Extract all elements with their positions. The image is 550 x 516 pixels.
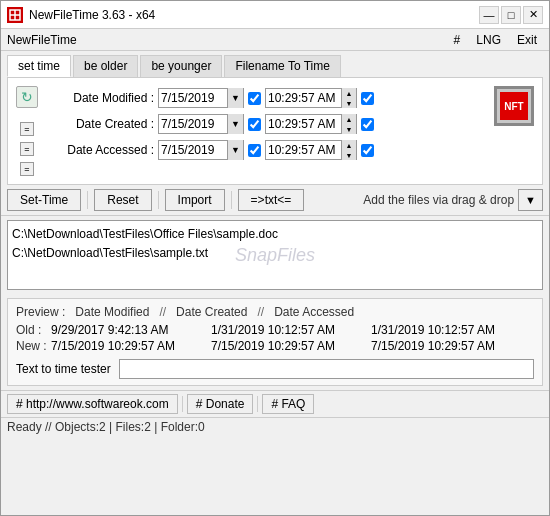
file-entry-0: C:\NetDownload\TestFiles\Office Files\sa… <box>12 225 538 244</box>
app-logo-icon: NFT <box>494 86 534 126</box>
import-button[interactable]: Import <box>165 189 225 211</box>
text-tester-input[interactable] <box>119 359 534 379</box>
preview-col-modified: Date Modified <box>75 305 149 319</box>
row-toggle-created[interactable]: = <box>20 142 34 156</box>
date-modified-label: Date Modified : <box>44 91 154 105</box>
date-modified-date-check[interactable] <box>248 92 261 105</box>
date-created-date-check[interactable] <box>248 118 261 131</box>
link-website[interactable]: # http://www.softwareok.com <box>7 394 178 414</box>
preview-old-created: 1/31/2019 10:12:57 AM <box>211 323 371 337</box>
time-created-input-wrap: ▲ ▼ <box>265 114 357 134</box>
link-donate[interactable]: # Donate <box>187 394 254 414</box>
app-icon <box>7 7 23 23</box>
preview-old-row: Old : 9/29/2017 9:42:13 AM 1/31/2019 10:… <box>16 323 534 337</box>
preview-old-accessed: 1/31/2019 10:12:57 AM <box>371 323 531 337</box>
date-modified-input[interactable] <box>159 91 227 105</box>
action-sep-3 <box>231 191 232 209</box>
maximize-button[interactable]: □ <box>501 6 521 24</box>
window-controls: — □ ✕ <box>479 6 543 24</box>
date-accessed-date-check[interactable] <box>248 144 261 157</box>
drag-drop-dropdown[interactable]: ▼ <box>518 189 543 211</box>
text-tester-label: Text to time tester <box>16 362 111 376</box>
preview-new-accessed: 7/15/2019 10:29:57 AM <box>371 339 531 353</box>
date-accessed-time-check[interactable] <box>361 144 374 157</box>
date-accessed-input[interactable] <box>159 143 227 157</box>
time-created-down[interactable]: ▼ <box>342 124 356 134</box>
drag-drop-label: Add the files via drag & drop <box>363 193 514 207</box>
time-accessed-input-wrap: ▲ ▼ <box>265 140 357 160</box>
close-button[interactable]: ✕ <box>523 6 543 24</box>
time-created-up[interactable]: ▲ <box>342 114 356 124</box>
set-time-button[interactable]: Set-Time <box>7 189 81 211</box>
tab-bar: set time be older be younger Filename To… <box>1 51 549 77</box>
date-created-label: Date Created : <box>44 117 154 131</box>
time-accessed-down[interactable]: ▼ <box>342 150 356 160</box>
link-sep-2 <box>257 396 258 412</box>
svg-text:NFT: NFT <box>504 101 523 112</box>
tab-content: ↻ = = = Date Modified : ▼ <box>7 77 543 185</box>
row-toggle-modified[interactable]: = <box>20 122 34 136</box>
time-modified-down[interactable]: ▼ <box>342 98 356 108</box>
files-area[interactable]: SnapFiles C:\NetDownload\TestFiles\Offic… <box>7 220 543 290</box>
tab-set-time[interactable]: set time <box>7 55 71 77</box>
menu-bar: NewFileTime # LNG Exit <box>1 29 549 51</box>
date-row-modified: Date Modified : ▼ ▲ ▼ <box>44 88 484 108</box>
time-modified-spinners: ▲ ▼ <box>341 88 356 108</box>
reset-button[interactable]: Reset <box>94 189 151 211</box>
preview-old-label: Old : <box>16 323 51 337</box>
time-accessed-input[interactable] <box>266 143 341 157</box>
preview-label: Preview : <box>16 305 65 319</box>
preview-new-row: New : 7/15/2019 10:29:57 AM 7/15/2019 10… <box>16 339 534 353</box>
date-row-created: Date Created : ▼ ▲ ▼ <box>44 114 484 134</box>
window-title: NewFileTime 3.63 - x64 <box>29 8 479 22</box>
menu-exit[interactable]: Exit <box>511 32 543 48</box>
date-modified-time-check[interactable] <box>361 92 374 105</box>
title-bar: NewFileTime 3.63 - x64 — □ ✕ <box>1 1 549 29</box>
date-created-input[interactable] <box>159 117 227 131</box>
preview-col-accessed: Date Accessed <box>274 305 354 319</box>
time-modified-input-wrap: ▲ ▼ <box>265 88 357 108</box>
status-text: Ready // Objects:2 | Files:2 | Folder:0 <box>7 420 205 434</box>
status-bar: Ready // Objects:2 | Files:2 | Folder:0 <box>1 418 549 436</box>
date-modified-dropdown[interactable]: ▼ <box>227 88 243 108</box>
text-tester-row: Text to time tester <box>16 359 534 379</box>
app-name-label: NewFileTime <box>7 33 77 47</box>
time-modified-up[interactable]: ▲ <box>342 88 356 98</box>
minimize-button[interactable]: — <box>479 6 499 24</box>
date-modified-input-wrap: ▼ <box>158 88 244 108</box>
preview-new-created: 7/15/2019 10:29:57 AM <box>211 339 371 353</box>
time-accessed-spinners: ▲ ▼ <box>341 140 356 160</box>
menu-hash[interactable]: # <box>448 32 467 48</box>
preview-old-modified: 9/29/2017 9:42:13 AM <box>51 323 211 337</box>
date-accessed-dropdown[interactable]: ▼ <box>227 140 243 160</box>
preview-col-created: Date Created <box>176 305 247 319</box>
refresh-button[interactable]: ↻ <box>16 86 38 108</box>
action-bar: Set-Time Reset Import =>txt<= Add the fi… <box>1 185 549 216</box>
txt-button[interactable]: =>txt<= <box>238 189 305 211</box>
date-accessed-label: Date Accessed : <box>44 143 154 157</box>
main-window: NewFileTime 3.63 - x64 — □ ✕ NewFileTime… <box>0 0 550 516</box>
date-row-accessed: Date Accessed : ▼ ▲ ▼ <box>44 140 484 160</box>
date-created-input-wrap: ▼ <box>158 114 244 134</box>
preview-header: Preview : Date Modified // Date Created … <box>16 305 534 319</box>
row-toggle-accessed[interactable]: = <box>20 162 34 176</box>
link-faq[interactable]: # FAQ <box>262 394 314 414</box>
menu-lng[interactable]: LNG <box>470 32 507 48</box>
time-created-input[interactable] <box>266 117 341 131</box>
bottom-links: # http://www.softwareok.com # Donate # F… <box>1 390 549 418</box>
preview-sep-1: // <box>159 305 166 319</box>
date-accessed-input-wrap: ▼ <box>158 140 244 160</box>
tab-be-younger[interactable]: be younger <box>140 55 222 77</box>
tab-be-older[interactable]: be older <box>73 55 138 77</box>
time-modified-input[interactable] <box>266 91 341 105</box>
preview-new-modified: 7/15/2019 10:29:57 AM <box>51 339 211 353</box>
date-created-dropdown[interactable]: ▼ <box>227 114 243 134</box>
date-rows-section: ↻ = = = Date Modified : ▼ <box>16 86 534 176</box>
date-created-time-check[interactable] <box>361 118 374 131</box>
menu-right: # LNG Exit <box>448 32 543 48</box>
time-created-spinners: ▲ ▼ <box>341 114 356 134</box>
action-sep-2 <box>158 191 159 209</box>
date-rows-main: Date Modified : ▼ ▲ ▼ <box>44 86 484 176</box>
time-accessed-up[interactable]: ▲ <box>342 140 356 150</box>
tab-filename-to-time[interactable]: Filename To Time <box>224 55 340 77</box>
